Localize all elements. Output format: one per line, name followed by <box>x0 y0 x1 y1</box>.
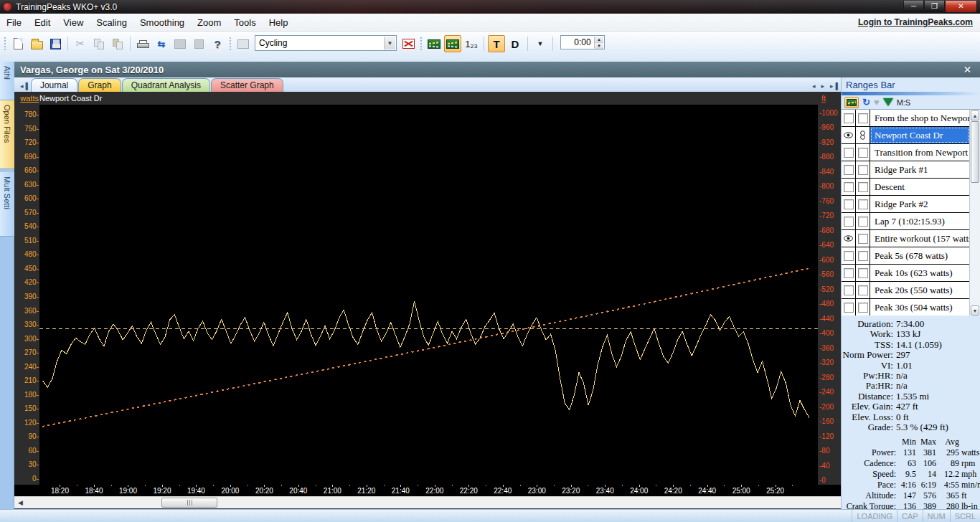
sidebar-tab-open-files[interactable]: Open Files <box>0 100 14 169</box>
visibility-checkbox[interactable] <box>844 251 854 261</box>
link-checkbox[interactable] <box>858 165 868 175</box>
maximize-button[interactable]: ❐ <box>924 1 945 13</box>
range-row[interactable]: Ridge Park #2 <box>842 196 969 213</box>
menu-smoothing[interactable]: Smoothing <box>133 15 191 30</box>
menu-zoom[interactable]: Zoom <box>191 15 227 30</box>
link-checkbox[interactable] <box>858 285 868 295</box>
range-link-cell[interactable] <box>856 161 870 178</box>
link-checkbox[interactable] <box>858 217 868 227</box>
visibility-checkbox[interactable] <box>844 217 854 227</box>
menu-view[interactable]: View <box>57 15 90 30</box>
scroll-left-arrow-icon[interactable]: ◀ <box>14 497 27 508</box>
ranges-numbers-button[interactable]: 1₂₃ <box>463 35 480 52</box>
visibility-checkbox[interactable] <box>844 268 854 278</box>
range-link-cell[interactable] <box>856 282 870 298</box>
link-checkbox[interactable] <box>858 182 868 192</box>
visibility-checkbox[interactable] <box>844 303 854 313</box>
minimize-button[interactable]: ─ <box>903 1 924 13</box>
ranges-graph-button[interactable] <box>844 97 859 108</box>
menu-scaling[interactable]: Scaling <box>90 15 133 30</box>
heart-icon[interactable]: ♥ <box>874 97 880 108</box>
visibility-checkbox[interactable] <box>844 148 854 158</box>
link-checkbox[interactable] <box>858 234 868 244</box>
range-visible-cell[interactable] <box>842 265 856 281</box>
toolbar-grip[interactable] <box>419 36 423 52</box>
range-visible-cell[interactable] <box>842 230 856 247</box>
axis-options-dropdown[interactable]: ▼ <box>532 35 549 52</box>
range-visible-cell[interactable] <box>842 299 856 315</box>
menu-edit[interactable]: Edit <box>28 15 57 30</box>
chart-plot-area[interactable] <box>39 105 818 485</box>
save-button[interactable] <box>47 35 64 52</box>
document-close-button[interactable]: ✕ <box>961 65 974 75</box>
close-button[interactable]: ✕ <box>945 1 977 13</box>
intervals-icon[interactable] <box>883 98 893 106</box>
tab-journal[interactable]: Journal <box>31 78 77 92</box>
visibility-checkbox[interactable] <box>844 182 854 192</box>
copy-button[interactable] <box>90 35 108 52</box>
range-visible-cell[interactable] <box>842 179 856 195</box>
range-link-cell[interactable] <box>856 247 870 264</box>
time-spinner[interactable]: 0:00 ▲▼ <box>560 35 605 49</box>
range-link-cell[interactable] <box>856 230 870 247</box>
range-link-cell[interactable] <box>856 265 870 281</box>
graph-view-button[interactable] <box>425 35 443 52</box>
toolbar-grip[interactable] <box>228 36 232 52</box>
link-checkbox[interactable] <box>858 268 868 278</box>
range-row[interactable]: Ridge Park #1 <box>842 161 969 179</box>
range-row[interactable]: Peak 10s (623 watts) <box>842 265 969 282</box>
distance-axis-button[interactable]: D <box>507 35 524 52</box>
sync-device-button[interactable]: ⇆ <box>153 35 170 52</box>
range-visible-cell[interactable] <box>842 144 856 161</box>
login-link[interactable]: Login to TrainingPeaks.com <box>858 17 973 27</box>
menu-file[interactable]: File <box>0 15 28 30</box>
refresh-icon[interactable]: ↻ <box>862 97 870 108</box>
sport-select[interactable]: Cycling ▼ <box>255 35 397 51</box>
range-visible-cell[interactable] <box>842 247 856 264</box>
range-row[interactable]: Peak 20s (550 watts) <box>842 282 969 299</box>
range-row[interactable]: Entire workout (157 watts) <box>842 230 969 247</box>
range-link-cell[interactable] <box>856 299 870 315</box>
visibility-checkbox[interactable] <box>844 113 854 123</box>
visibility-checkbox[interactable] <box>844 199 854 209</box>
time-axis-button[interactable]: T <box>488 35 505 52</box>
menu-help[interactable]: Help <box>263 15 295 30</box>
range-row[interactable]: Descent <box>842 179 969 196</box>
scroll-down-arrow-icon[interactable]: ▼ <box>971 305 979 315</box>
link-checkbox[interactable] <box>858 303 868 313</box>
scrollbar-thumb[interactable] <box>971 121 979 183</box>
menu-tools[interactable]: Tools <box>227 15 262 30</box>
spinner-arrows[interactable]: ▲▼ <box>594 37 603 48</box>
tab-scroll-first-button[interactable]: ◂▐ <box>17 82 31 92</box>
range-row[interactable]: Transition from Newport t <box>842 144 969 161</box>
cut-button[interactable]: ✂ <box>72 35 89 52</box>
tab-scroll-last-button[interactable]: ▸▐ <box>827 82 841 92</box>
scroll-up-arrow-icon[interactable]: ▲ <box>971 110 979 120</box>
graph-view-2-button[interactable] <box>444 35 461 52</box>
tab-quadrant-analysis[interactable]: Quadrant Analysis <box>122 78 210 92</box>
range-link-cell[interactable] <box>856 179 870 195</box>
help-button[interactable]: ? <box>209 35 226 52</box>
open-file-button[interactable] <box>28 35 45 52</box>
range-visible-cell[interactable] <box>842 282 856 298</box>
paste-button[interactable] <box>109 35 126 52</box>
range-row[interactable]: Peak 5s (678 watts) <box>842 247 969 265</box>
visibility-checkbox[interactable] <box>844 285 854 295</box>
sidebar-tab-mult-setti[interactable]: Mult Setti <box>0 172 14 237</box>
print-button[interactable] <box>134 35 151 52</box>
range-link-cell[interactable] <box>856 127 870 143</box>
range-visible-cell[interactable] <box>842 161 856 178</box>
range-row[interactable]: From the shop to Newport <box>842 110 969 127</box>
tab-scatter-graph[interactable]: Scatter Graph <box>211 78 283 92</box>
range-row[interactable]: Lap 7 (1:02:15.93) <box>842 213 969 230</box>
range-visible-cell[interactable] <box>842 127 856 143</box>
chart-horizontal-scrollbar[interactable]: ◀ <box>14 496 841 508</box>
tab-scroll-left-button[interactable]: ◂ <box>809 82 819 92</box>
link-checkbox[interactable] <box>858 199 868 209</box>
range-row[interactable]: Newport Coast Dr <box>842 127 969 144</box>
range-link-cell[interactable] <box>856 196 870 212</box>
toolbar-grip[interactable] <box>3 36 6 52</box>
tab-graph[interactable]: Graph <box>78 78 121 92</box>
range-visible-cell[interactable] <box>842 213 856 229</box>
ranges-scrollbar[interactable]: ▲ ▼ <box>969 110 980 315</box>
